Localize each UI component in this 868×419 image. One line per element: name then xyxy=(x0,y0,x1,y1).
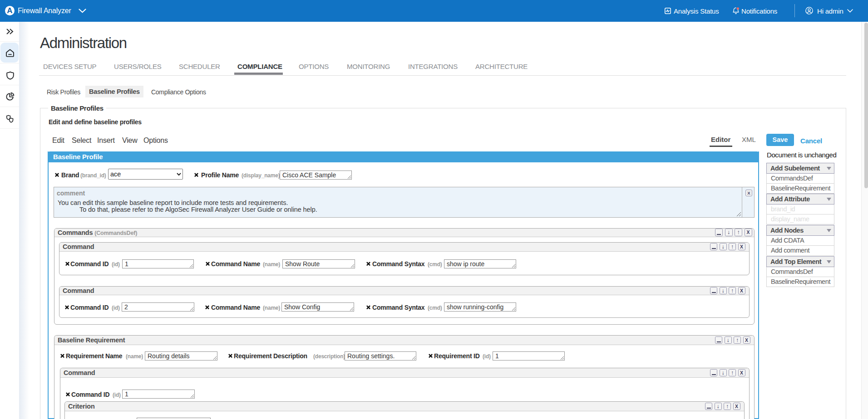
svg-text:A: A xyxy=(7,6,12,15)
